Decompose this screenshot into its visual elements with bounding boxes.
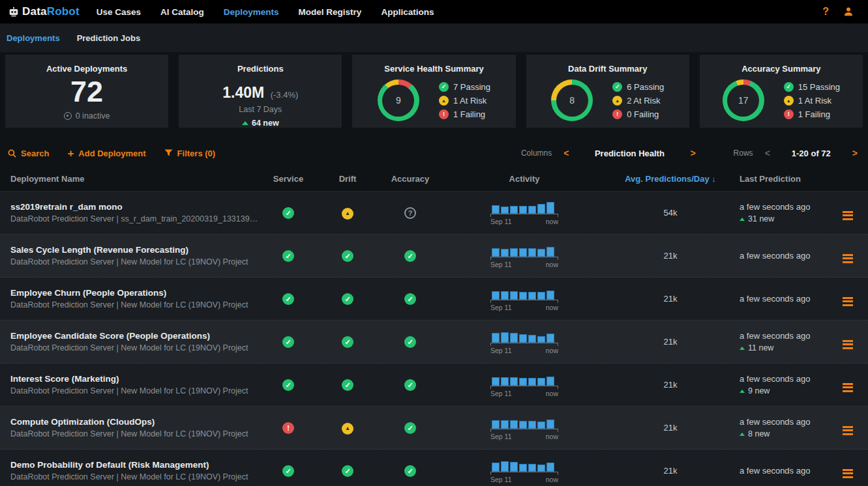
table-row[interactable]: Demo Probability of Default (Risk Manage…: [0, 450, 868, 486]
table-row[interactable]: Compute Optimization (CloudOps) DataRobo…: [0, 407, 868, 450]
axis-end-label: now: [546, 433, 558, 440]
header-accuracy[interactable]: Accuracy: [378, 174, 442, 184]
failing-label: 0 Failing: [627, 109, 659, 119]
table-row[interactable]: Sales Cycle Length (Revenue Forecasting)…: [0, 235, 868, 278]
failing-label: 1 Failing: [453, 109, 485, 119]
rows-range: 1-20 of 72: [782, 149, 841, 158]
last-prediction-cell: a few seconds ago 31 new: [736, 202, 827, 223]
avg-predictions-value: 21k: [605, 466, 736, 476]
activity-chart: Sep 11now: [490, 459, 558, 483]
deployment-subtitle: DataRobot Prediction Server | ss_r_dam_t…: [10, 214, 260, 223]
columns-label: Columns: [521, 149, 552, 158]
row-menu-icon[interactable]: [841, 338, 855, 351]
axis-start-label: Sep 11: [490, 218, 512, 225]
deployment-name: Compute Optimization (CloudOps): [10, 417, 260, 427]
row-menu-icon[interactable]: [841, 424, 855, 437]
avg-predictions-value: 54k: [605, 208, 736, 218]
deployment-name: ss2019retrain r_dam mono: [10, 202, 260, 212]
predictions-value: 1.40M: [222, 84, 264, 101]
passing-icon: ✓: [784, 82, 794, 92]
deployments-table: ss2019retrain r_dam mono DataRobot Predi…: [0, 192, 868, 486]
donut-total: 8: [569, 95, 575, 106]
inactive-label: 0 inactive: [76, 111, 110, 121]
table-row[interactable]: Interest Score (Marketing) DataRobot Pre…: [0, 364, 868, 407]
accuracy-status-icon: ✓: [404, 465, 416, 477]
data-drift-card: Data Drift Summary 8 ✓6 Passing ▲2 At Ri…: [526, 55, 689, 128]
axis-end-label: now: [546, 261, 558, 268]
at-risk-icon: ▲: [612, 96, 622, 106]
drift-status-icon: ✓: [342, 250, 353, 262]
header-deployment-name[interactable]: Deployment Name: [0, 174, 260, 184]
last-prediction-time: a few seconds ago: [740, 251, 827, 261]
table-row[interactable]: Employee Candidate Score (People Operati…: [0, 321, 868, 364]
predictions-delta: (-3.4%): [271, 90, 299, 100]
new-count: 31 new: [748, 214, 774, 223]
failing-label: 1 Failing: [798, 109, 830, 119]
card-title: Active Deployments: [5, 64, 168, 74]
deployment-subtitle: DataRobot Prediction Server | New Model …: [10, 257, 260, 266]
columns-value: Prediction Health: [580, 149, 678, 158]
columns-prev-icon[interactable]: <: [561, 148, 571, 158]
rows-prev-icon[interactable]: <: [762, 148, 773, 158]
tab-deployments[interactable]: Deployments: [7, 33, 60, 43]
last-prediction-time: a few seconds ago: [740, 466, 827, 476]
data-drift-legend: ✓6 Passing ▲2 At Risk !0 Failing: [612, 82, 664, 119]
table-row[interactable]: Employee Churn (People Operations) DataR…: [0, 278, 868, 321]
summary-cards: Active Deployments 72 0 inactive Predict…: [0, 52, 868, 128]
rows-label: Rows: [734, 149, 753, 158]
service-status-icon: ✓: [282, 336, 294, 348]
rows-next-icon[interactable]: >: [850, 148, 860, 158]
header-activity[interactable]: Activity: [490, 174, 558, 184]
header-last-prediction[interactable]: Last Prediction: [736, 174, 827, 184]
at-risk-label: 1 At Risk: [798, 96, 831, 106]
search-button[interactable]: Search: [8, 149, 49, 158]
last-prediction-time: a few seconds ago: [740, 417, 827, 427]
table-header: Deployment Name Service Drift Accuracy A…: [0, 167, 868, 192]
datarobot-robot-icon: [8, 6, 20, 18]
axis-end-label: now: [546, 218, 558, 225]
at-risk-label: 2 At Risk: [627, 96, 660, 106]
table-toolbar: Search + Add Deployment Filters (0) Colu…: [0, 143, 868, 163]
axis-end-label: now: [546, 304, 558, 311]
help-icon[interactable]: ?: [822, 6, 829, 18]
activity-chart: Sep 11now: [490, 244, 558, 268]
card-title: Service Health Summary: [352, 64, 515, 74]
donut-total: 9: [396, 95, 401, 106]
row-menu-icon[interactable]: [841, 295, 855, 308]
nav-item-model-registry[interactable]: Model Registry: [299, 7, 362, 17]
card-title: Predictions: [179, 64, 342, 74]
nav-item-applications[interactable]: Applications: [381, 7, 434, 17]
header-avg-predictions[interactable]: Avg. Predictions/Day ↓: [605, 174, 736, 184]
last-prediction-cell: a few seconds ago 9 new: [736, 374, 827, 395]
row-menu-icon[interactable]: [841, 209, 855, 222]
filters-button[interactable]: Filters (0): [164, 149, 216, 158]
filter-icon: [164, 149, 173, 158]
last-prediction-time: a few seconds ago: [740, 374, 827, 384]
logo-text-robot: Robot: [47, 5, 80, 18]
columns-next-icon[interactable]: >: [687, 148, 698, 158]
service-health-legend: ✓7 Passing ▲1 At Risk !1 Failing: [439, 82, 490, 119]
at-risk-label: 1 At Risk: [453, 96, 486, 106]
new-count: 11 new: [748, 343, 773, 352]
top-nav: DataRobot Use Cases AI Catalog Deploymen…: [0, 0, 868, 23]
row-menu-icon[interactable]: [841, 252, 855, 265]
last-prediction-cell: a few seconds ago: [736, 294, 827, 304]
header-service[interactable]: Service: [260, 174, 317, 184]
nav-item-use-cases[interactable]: Use Cases: [97, 7, 141, 17]
drift-status-icon: ✓: [342, 293, 353, 305]
service-status-icon: !: [282, 422, 294, 434]
activity-chart: Sep 11now: [490, 201, 558, 225]
table-row[interactable]: ss2019retrain r_dam mono DataRobot Predi…: [0, 192, 868, 235]
tab-prediction-jobs[interactable]: Prediction Jobs: [77, 33, 141, 43]
header-drift[interactable]: Drift: [317, 174, 378, 184]
nav-item-deployments[interactable]: Deployments: [224, 7, 279, 17]
add-deployment-button[interactable]: + Add Deployment: [67, 148, 145, 159]
profile-icon[interactable]: [843, 7, 854, 17]
datarobot-logo[interactable]: DataRobot: [8, 5, 80, 18]
active-deployments-count: 72: [5, 76, 168, 107]
row-menu-icon[interactable]: [841, 381, 855, 394]
nav-item-ai-catalog[interactable]: AI Catalog: [160, 7, 204, 17]
top-nav-items: Use Cases AI Catalog Deployments Model R…: [97, 7, 434, 17]
last-prediction-time: a few seconds ago: [740, 331, 827, 341]
row-menu-icon[interactable]: [841, 467, 855, 480]
